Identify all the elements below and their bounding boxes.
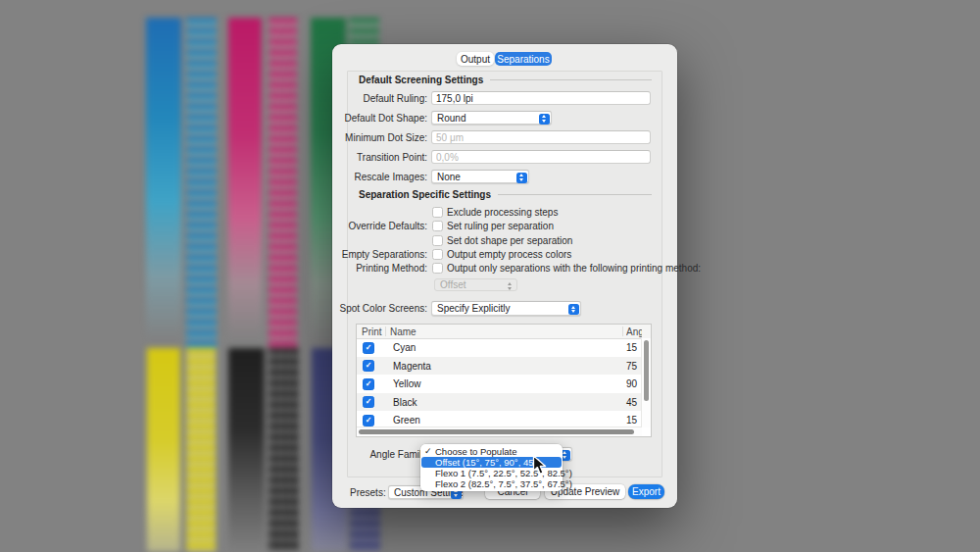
col-name: Name <box>390 326 416 337</box>
override-defaults-label: Override Defaults: <box>300 221 427 231</box>
menu-item-label: Choose to Populate <box>435 446 516 457</box>
set-ruling-checkbox[interactable] <box>432 221 443 231</box>
section-default-screening: Default Screening Settings <box>359 75 652 85</box>
popup-stepper-icon <box>516 173 527 183</box>
set-ruling-label: Set ruling per separation <box>447 221 554 231</box>
separation-name: Black <box>393 397 416 408</box>
tab-output-label: Output <box>461 54 490 65</box>
export-dialog: Output Separations Default Screening Set… <box>332 44 677 508</box>
separation-angle: 15 <box>626 415 637 426</box>
popup-stepper-icon <box>505 281 515 292</box>
min-dot-input[interactable] <box>431 130 651 144</box>
popup-stepper-icon <box>539 114 550 125</box>
printing-method-label: Printing Method: <box>300 263 427 274</box>
table-row[interactable]: ✓ Yellow 90 <box>357 375 642 393</box>
horizontal-scrollbar[interactable] <box>357 427 642 436</box>
vertical-scrollbar[interactable] <box>641 338 651 427</box>
printing-method-popup: Offset <box>434 278 517 291</box>
spot-color-popup[interactable]: Specify Explicitly <box>431 301 581 316</box>
col-print: Print <box>362 326 382 337</box>
color-bar-cyan-solid <box>146 18 181 351</box>
separation-angle: 90 <box>626 378 637 389</box>
print-checkbox[interactable]: ✓ <box>363 415 374 427</box>
transition-input[interactable] <box>431 150 651 164</box>
tab-separations[interactable]: Separations <box>495 52 552 66</box>
presets-label: Presets: <box>350 487 386 498</box>
menu-item-label: Offset (15°, 75°, 90°, 45°) <box>435 457 540 468</box>
printing-method-checkbox-label: Output only separations with the followi… <box>447 263 701 274</box>
print-checkbox[interactable]: ✓ <box>363 396 374 408</box>
color-bar-cyan-halftone <box>186 18 217 351</box>
color-bar-black-halftone <box>269 348 299 552</box>
separation-angle: 75 <box>626 361 637 372</box>
min-dot-label: Minimum Dot Size: <box>300 132 427 143</box>
printing-method-checkbox[interactable] <box>432 263 443 274</box>
separation-name: Green <box>393 415 420 426</box>
col-angle: Angle <box>626 326 642 337</box>
separation-angle: 15 <box>626 342 637 353</box>
menu-item-flexo-2[interactable]: Flexo 2 (82.5°, 7.5°, 37.5°, 67.5°) <box>421 478 562 489</box>
default-ruling-label: Default Ruling: <box>300 93 427 104</box>
screen: Output Separations Default Screening Set… <box>0 0 980 552</box>
separation-name: Cyan <box>393 342 416 353</box>
separation-name: Yellow <box>393 378 421 389</box>
mouse-cursor-icon <box>532 455 547 476</box>
exclude-steps-checkbox[interactable] <box>432 207 443 218</box>
menu-item-label: Flexo 1 (7.5°, 22.5°, 52.5°, 82.5°) <box>435 468 572 478</box>
set-dot-shape-checkbox[interactable] <box>432 235 443 246</box>
section-separation-specific: Separation Specific Settings <box>359 189 652 200</box>
color-bar-magenta-halftone <box>269 18 297 351</box>
spot-color-value: Specify Explicitly <box>437 303 510 314</box>
default-ruling-input[interactable] <box>431 91 651 105</box>
dot-shape-value: Round <box>437 113 466 124</box>
tab-output[interactable]: Output <box>457 52 494 66</box>
dot-shape-popup[interactable]: Round <box>431 111 552 125</box>
section-title: Separation Specific Settings <box>359 189 491 200</box>
output-empty-label: Output empty process colors <box>447 249 571 260</box>
horizontal-scrollbar-thumb[interactable] <box>359 429 634 434</box>
print-checkbox[interactable]: ✓ <box>363 378 374 390</box>
separation-angle: 45 <box>626 397 637 408</box>
transition-label: Transition Point: <box>300 152 427 163</box>
column-divider <box>622 326 623 336</box>
output-empty-checkbox[interactable] <box>432 249 443 260</box>
print-checkbox[interactable]: ✓ <box>363 360 374 372</box>
separations-table: Print Name Angle ✓ Cyan 15 ✓ Magenta 75 … <box>356 324 652 437</box>
separation-name: Magenta <box>393 361 431 372</box>
color-bar-yellow-solid <box>147 348 180 552</box>
printing-method-value: Offset <box>440 279 466 290</box>
table-row[interactable]: ✓ Magenta 75 <box>357 357 642 376</box>
vertical-scrollbar-thumb[interactable] <box>644 340 649 401</box>
table-row[interactable]: ✓ Black 45 <box>357 393 642 412</box>
tab-separations-label: Separations <box>497 54 549 65</box>
angle-family-label: Angle Family: <box>302 449 429 460</box>
dot-shape-label: Default Dot Shape: <box>300 113 427 124</box>
menu-item-label: Flexo 2 (82.5°, 7.5°, 37.5°, 67.5°) <box>435 478 572 489</box>
color-bar-magenta-solid <box>228 18 262 351</box>
popup-stepper-icon <box>568 304 579 315</box>
spot-color-label: Spot Color Screens: <box>300 303 427 314</box>
empty-separations-label: Empty Separations: <box>300 249 427 260</box>
rescale-value: None <box>437 172 461 182</box>
color-bar-yellow-halftone <box>186 348 216 552</box>
table-row[interactable]: ✓ Cyan 15 <box>357 338 642 357</box>
print-checkbox[interactable]: ✓ <box>363 342 374 354</box>
export-button[interactable]: Export <box>628 484 664 499</box>
exclude-steps-label: Exclude processing steps <box>447 207 558 218</box>
check-icon: ✓ <box>424 446 432 457</box>
rescale-popup[interactable]: None <box>431 170 529 183</box>
color-bar-black-solid <box>228 348 265 552</box>
section-title: Default Screening Settings <box>359 75 483 85</box>
table-header: Print Name Angle <box>357 325 651 339</box>
rescale-label: Rescale Images: <box>300 172 427 182</box>
export-label: Export <box>632 486 661 497</box>
column-divider <box>385 326 386 336</box>
section-divider <box>498 194 652 195</box>
section-divider <box>490 79 652 80</box>
set-dot-shape-label: Set dot shape per separation <box>447 235 572 246</box>
